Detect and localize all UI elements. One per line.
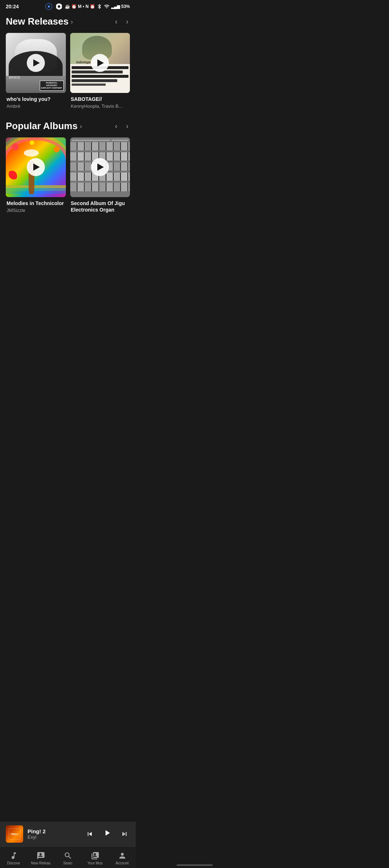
album-card-melodies[interactable]: Melodies in Technicolor JMSizzle — [6, 137, 66, 214]
signal-bars: ▂▄▆ — [111, 4, 120, 9]
album-info-melodies: Melodies in Technicolor JMSizzle — [6, 200, 66, 213]
new-releases-title: New Releases — [6, 16, 68, 27]
new-releases-grid: WHOS PARENTALADVISORYEXPLICIT CONTENT wh… — [0, 33, 136, 109]
other-icons: ☕ ⏰ M • N ⏰ — [65, 4, 96, 9]
album-art-whos-loving-you: WHOS PARENTALADVISORYEXPLICIT CONTENT — [6, 33, 66, 93]
popular-albums-title-arrow: › — [80, 123, 82, 130]
new-releases-nav: ‹ › — [114, 16, 130, 27]
youtube-icon — [55, 2, 63, 11]
new-releases-section: New Releases › ‹ › WHOS — [0, 16, 136, 109]
main-content: New Releases › ‹ › WHOS — [0, 12, 136, 255]
new-releases-title-arrow: › — [71, 18, 73, 26]
popular-albums-grid: Melodies in Technicolor JMSizzle — [0, 137, 136, 214]
album-artist-sabotage: KennyHoopla, Travis B... — [71, 103, 130, 109]
wifi-icon — [104, 4, 110, 9]
new-releases-title-group[interactable]: New Releases › — [6, 16, 73, 27]
album-card-whos-loving-you[interactable]: WHOS PARENTALADVISORYEXPLICIT CONTENT wh… — [6, 33, 66, 109]
album-title-sabotage: SABOTAGE// — [71, 96, 130, 102]
album-title-jigu: Second Album Of Jigu Electronics Organ — [71, 200, 130, 213]
new-releases-prev-btn[interactable]: ‹ — [114, 16, 119, 27]
album-card-jigu[interactable]: Second Album Of Jigu Electronics Organ — [70, 137, 130, 214]
album-title-melodies: Melodies in Technicolor — [7, 200, 65, 207]
play-button-sabotage[interactable] — [91, 54, 109, 72]
album-art-melodies — [6, 137, 66, 197]
status-time: 20:24 — [6, 4, 19, 9]
new-releases-next-btn[interactable]: › — [124, 16, 130, 27]
parental-advisory-badge: PARENTALADVISORYEXPLICIT CONTENT — [40, 81, 64, 91]
album-art-sabotage: Sabotage. — [70, 33, 130, 93]
album-info-whos-loving-you: who's loving you? Ambré — [6, 96, 66, 109]
album-art-jigu — [70, 137, 130, 197]
play-button-jigu[interactable] — [91, 158, 109, 176]
status-bar: 20:24 ☕ ⏰ M • N ⏰ ▂▄▆ 53% — [0, 0, 136, 12]
popular-albums-prev-btn[interactable]: ‹ — [114, 120, 119, 132]
album-artist-whos-loving-you: Ambré — [7, 103, 65, 109]
popular-albums-title-group[interactable]: Popular Albums › — [6, 120, 82, 132]
status-icons: ☕ ⏰ M • N ⏰ ▂▄▆ 53% — [45, 2, 130, 11]
play-button-melodies[interactable] — [27, 158, 45, 176]
album-info-jigu: Second Album Of Jigu Electronics Organ — [70, 200, 130, 214]
play-button-whos-loving-you[interactable] — [27, 54, 45, 72]
popular-albums-header: Popular Albums › ‹ › — [0, 120, 136, 132]
album-artist-melodies: JMSizzle — [7, 208, 65, 213]
battery: 53% — [121, 4, 130, 9]
popular-albums-nav: ‹ › — [114, 120, 130, 132]
popular-albums-section: Popular Albums › ‹ › — [0, 120, 136, 214]
album-card-sabotage[interactable]: Sabotage. SABOTAGE// KennyHoopla, Travis… — [70, 33, 130, 109]
bluetooth-icon — [97, 4, 102, 9]
popular-albums-title: Popular Albums — [6, 120, 77, 132]
radio-icon — [45, 2, 53, 11]
popular-albums-next-btn[interactable]: › — [124, 120, 130, 132]
album-title-whos-loving-you: who's loving you? — [7, 96, 65, 102]
svg-point-0 — [48, 5, 50, 8]
new-releases-header: New Releases › ‹ › — [0, 16, 136, 27]
album-info-sabotage: SABOTAGE// KennyHoopla, Travis B... — [70, 96, 130, 109]
